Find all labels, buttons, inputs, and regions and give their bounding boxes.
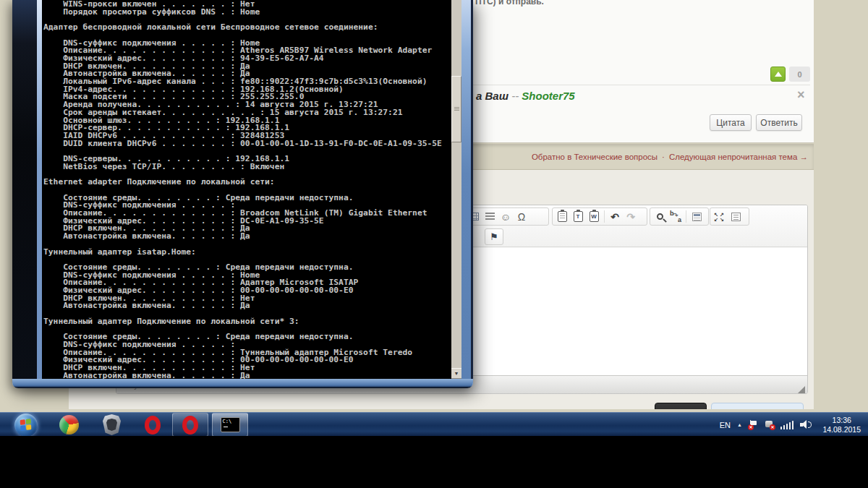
flag-icon[interactable]: ⚑ [485,228,503,245]
console-border-bottom [12,379,473,388]
opera-icon [182,416,198,435]
network-signal-icon[interactable] [780,421,794,429]
update-status-icon[interactable]: ✕ [765,420,774,429]
search-icon[interactable] [652,209,668,224]
toolbar-separator [686,210,686,223]
console-scrollbar[interactable]: ▼ [451,0,461,379]
vote-count-badge: 0 [789,67,810,82]
smiley-icon[interactable]: ☺ [498,209,514,224]
maximize-icon[interactable]: ↖↗↙↘ [712,209,728,224]
replace-icon[interactable]: b↷a [668,209,684,224]
start-button[interactable] [14,414,38,437]
volume-icon[interactable] [800,420,812,429]
opera-icon[interactable] [145,416,161,435]
console-output-area: WINS-прокси включен . . . . . . . : Нет … [42,0,451,379]
console-border-left [12,0,37,379]
action-center-flag-icon[interactable]: ✕ [749,420,758,429]
toolbar-group-clipboard: T W ↶ ↷ [552,207,647,226]
back-to-forum-link[interactable]: Обратно в Технические вопросы [532,153,658,161]
language-indicator[interactable]: EN [720,421,731,429]
show-hidden-icons-icon[interactable]: ▲ [737,422,742,427]
secondary-button-partial[interactable] [711,403,804,409]
nav-separator: · [662,153,665,161]
toolbar-group-tools: ↖↗↙↘ [710,207,749,226]
post-signature: а Ваш -- Shooter75 [476,90,575,102]
signature-text: а Ваш [476,90,509,102]
clock[interactable]: 13:36 14.08.2015 [818,416,865,435]
console-border-right-edge [471,0,473,379]
up-arrow-icon [775,72,782,77]
error-badge: ✕ [748,424,754,430]
console-window[interactable]: WINS-прокси включен . . . . . . . : Нет … [12,0,473,388]
show-blocks-icon[interactable] [728,209,744,224]
post-body-text: ПТС) и отправь. [475,0,544,7]
console-border-left-highlight [37,0,42,379]
paste-icon[interactable] [554,209,570,224]
browser-ball-icon[interactable] [59,415,79,435]
resize-grip[interactable] [798,386,805,393]
vote-controls: 0 [770,67,810,82]
world-of-tanks-icon[interactable] [103,414,121,435]
submit-button-partial[interactable] [655,403,707,409]
toolbar-group-insert: ☺ Ω [464,207,549,226]
quote-button[interactable]: Цитата [710,114,752,131]
paste-from-word-icon[interactable]: W [586,209,602,224]
signature-separator: -- [509,90,522,102]
toolbar-separator [604,210,605,223]
reply-button[interactable]: Ответить [756,114,802,131]
taskbar-items [0,413,252,436]
horizontal-rule-icon[interactable] [482,209,498,224]
signature-username-link[interactable]: Shooter75 [522,90,574,102]
opera-taskbar-button[interactable] [172,413,208,436]
clock-time: 13:36 [822,416,861,425]
redo-icon[interactable]: ↷ [623,209,639,224]
close-icon[interactable]: × [797,88,805,101]
upvote-button[interactable] [770,67,786,82]
cmd-taskbar-button[interactable] [212,413,248,436]
toolbar-group-find: b↷a [650,207,709,226]
scroll-down-icon[interactable]: ▼ [451,368,461,379]
taskbar: EN ▲ ✕ ✕ 13:36 14.08.2015 [0,412,868,436]
error-badge: ✕ [770,424,775,430]
undo-icon[interactable]: ↶ [607,209,623,224]
screen: ПТС) и отправь. 0 а Ваш -- Shooter75 × Ц… [0,0,868,488]
system-tray: EN ▲ ✕ ✕ 13:36 14.08.2015 [720,413,868,436]
console-output: WINS-прокси включен . . . . . . . : Нет … [42,0,451,379]
windows-logo-icon [20,419,33,431]
select-all-icon[interactable] [689,209,705,224]
paste-plain-text-icon[interactable]: T [570,209,586,224]
next-unread-topic-link[interactable]: Следующая непрочитанная тема → [669,153,808,161]
command-prompt-icon [221,417,240,432]
desktop: ПТС) и отправь. 0 а Ваш -- Shooter75 × Ц… [0,0,868,436]
special-char-icon[interactable]: Ω [514,209,529,224]
clock-date: 14.08.2015 [822,425,861,435]
scrollbar-thumb[interactable] [451,76,461,142]
console-border-right [461,0,471,379]
